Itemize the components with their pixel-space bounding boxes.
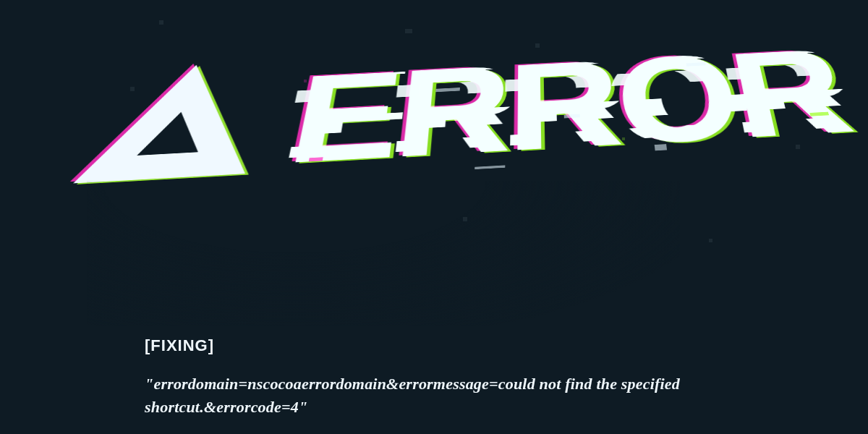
- caption-block: [FIXING] "errordomain=nscocoaerrordomain…: [145, 336, 752, 419]
- warning-triangle-icon: [68, 61, 273, 196]
- glitch-headline: ERROR ERROR ERROR ERROR ERROR ERROR ERRO…: [0, 0, 868, 304]
- caption-message: "errordomain=nscocoaerrordomain&errormes…: [145, 373, 709, 419]
- error-illustration: ERROR ERROR ERROR ERROR ERROR ERROR ERRO…: [0, 0, 868, 434]
- caption-tag: [FIXING]: [145, 336, 752, 355]
- headline-word: ERROR ERROR ERROR ERROR ERROR ERROR ERRO…: [280, 33, 859, 184]
